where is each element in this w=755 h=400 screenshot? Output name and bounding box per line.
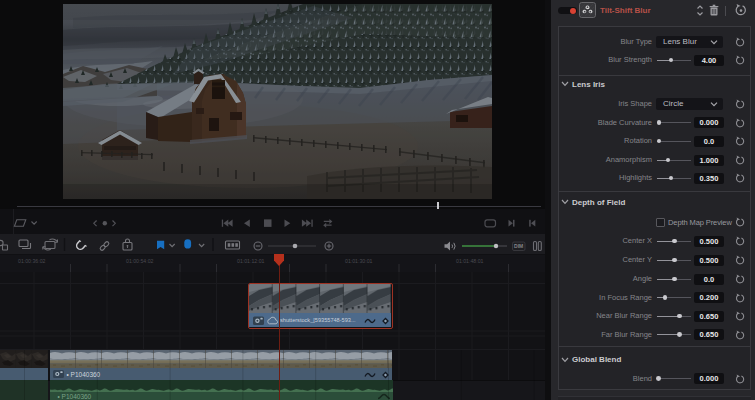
svg-text:DIM: DIM: [514, 243, 523, 249]
